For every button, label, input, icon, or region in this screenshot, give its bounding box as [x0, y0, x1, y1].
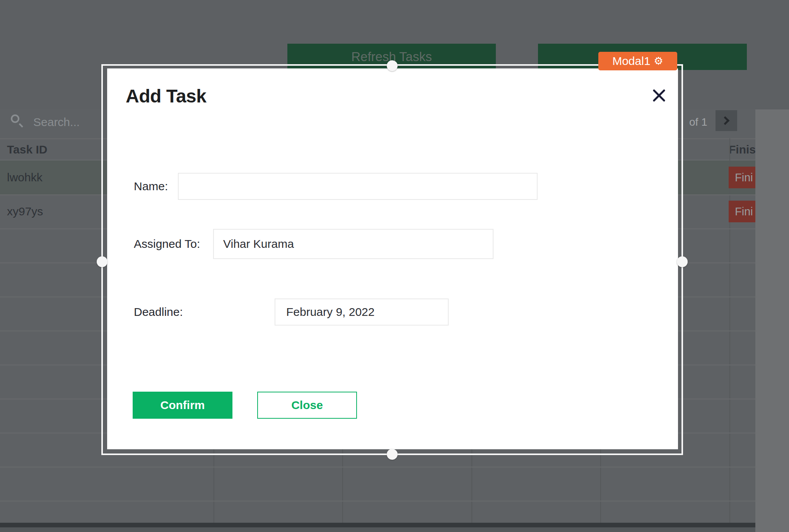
- finished-button[interactable]: Fini: [729, 201, 755, 222]
- add-task-modal: Add Task Name: Assigned To: Vihar Kurama…: [107, 68, 678, 449]
- confirm-button[interactable]: Confirm: [133, 392, 232, 419]
- name-input[interactable]: [178, 173, 538, 200]
- finished-button[interactable]: Fini: [729, 167, 755, 188]
- close-button[interactable]: Close: [257, 392, 357, 419]
- modal1-widget-badge[interactable]: Modal1 ⚙: [598, 52, 677, 70]
- deadline-input[interactable]: February 9, 2022: [275, 298, 449, 326]
- table-cell-task-id[interactable]: xy97ys: [7, 194, 43, 228]
- column-header-finished[interactable]: Finis: [729, 139, 755, 160]
- chevron-right-icon: [721, 116, 730, 125]
- search-icon: [11, 114, 24, 128]
- resize-handle-right[interactable]: [677, 256, 688, 267]
- name-label: Name:: [134, 179, 168, 193]
- assigned-to-input[interactable]: Vihar Kurama: [213, 229, 494, 259]
- resize-handle-bottom[interactable]: [387, 449, 398, 460]
- assigned-to-label: Assigned To:: [134, 237, 200, 251]
- close-icon[interactable]: [651, 88, 667, 103]
- column-header-task-id[interactable]: Task ID: [7, 139, 48, 160]
- resize-handle-left[interactable]: [97, 256, 108, 267]
- pagination-count: of 1: [689, 111, 714, 133]
- row-divider: [0, 501, 755, 501]
- deadline-label: Deadline:: [134, 305, 183, 319]
- resize-handle-top[interactable]: [387, 60, 398, 71]
- widget-badge-label: Modal1: [612, 55, 650, 68]
- next-page-button[interactable]: [716, 110, 737, 131]
- search-input[interactable]: Search...: [33, 109, 80, 135]
- row-divider: [0, 467, 755, 467]
- modal-title: Add Task: [126, 86, 206, 106]
- table-bottom-band: [0, 527, 755, 532]
- horizontal-scrollbar[interactable]: [0, 523, 755, 527]
- table-cell-task-id[interactable]: lwohkk: [7, 160, 43, 194]
- app-canvas: Refresh Tasks Search... of 1 Task ID Fin…: [0, 0, 789, 532]
- gear-icon: ⚙: [654, 56, 663, 66]
